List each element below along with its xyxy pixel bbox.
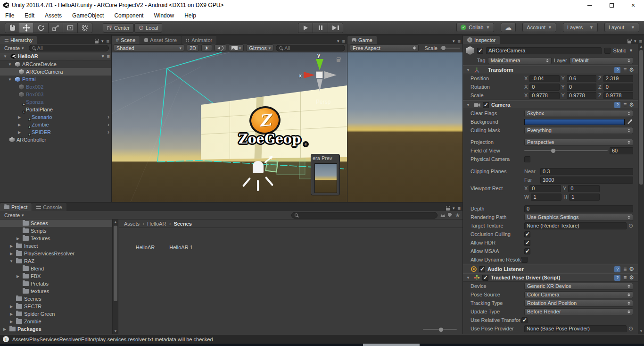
hierarchy-item-zombie[interactable]: ▶ + Zombie ›: [0, 121, 111, 128]
expander-icon[interactable]: ▶: [15, 274, 21, 278]
expander-icon[interactable]: ▶: [15, 236, 21, 241]
expander-icon[interactable]: ▶: [16, 123, 23, 127]
depth-field[interactable]: 0: [524, 205, 633, 212]
foldout-icon[interactable]: ▼: [465, 68, 471, 72]
expander-icon[interactable]: ▶: [8, 304, 14, 309]
gizmo-center-cube[interactable]: [316, 71, 323, 78]
pause-button[interactable]: [313, 23, 328, 33]
dynamic-resolution-checkbox[interactable]: [521, 257, 528, 263]
expander-icon[interactable]: ▼: [7, 77, 13, 82]
foldout-icon[interactable]: ▼: [465, 103, 471, 107]
folder-textures[interactable]: ▶Textures: [0, 235, 112, 242]
panel-menu-icon[interactable]: ≡: [458, 38, 460, 44]
eyedropper-icon[interactable]: [627, 119, 633, 125]
scroll-up-icon[interactable]: ▲: [113, 220, 118, 224]
orientation-gizmo[interactable]: y x Persp: [303, 53, 345, 105]
expander-icon[interactable]: ▶: [2, 327, 8, 331]
asset-helloar[interactable]: HelloAR: [129, 241, 162, 250]
position-x-field[interactable]: -0.04: [529, 75, 559, 82]
slider-thumb[interactable]: [439, 328, 443, 332]
tab-project[interactable]: Project: [0, 203, 32, 211]
preset-icon[interactable]: ≡: [623, 101, 626, 108]
breadcrumb-assets[interactable]: Assets: [124, 221, 140, 227]
hierarchy-item-portal[interactable]: ▼ Portal: [0, 76, 111, 83]
axis-y-cone[interactable]: [316, 59, 323, 70]
chevron-down-icon[interactable]: ▾: [453, 39, 455, 43]
object-picker-icon[interactable]: ⊙: [628, 222, 633, 229]
rotation-y-field[interactable]: 0: [567, 84, 596, 91]
menu-component[interactable]: Component: [109, 10, 149, 21]
hdr-checkbox[interactable]: [524, 240, 530, 246]
tab-scene[interactable]: # Scene: [112, 36, 140, 44]
close-button[interactable]: ×: [622, 0, 644, 10]
tab-animator[interactable]: Animator: [182, 36, 216, 44]
asset-zoom-slider[interactable]: [423, 329, 457, 330]
gear-icon[interactable]: ⚙: [629, 266, 634, 272]
transform-header[interactable]: ▼ Transform ≡⚙: [463, 66, 638, 74]
hierarchy-item-arcontroller[interactable]: ARController: [0, 136, 111, 143]
tracked-pose-header[interactable]: ▼ Tracked Pose Driver (Script) ≡⚙: [463, 273, 638, 282]
menu-window[interactable]: Window: [149, 10, 179, 21]
tab-console[interactable]: Console: [32, 203, 66, 211]
tab-game[interactable]: Game: [347, 36, 377, 44]
scroll-down-icon[interactable]: ▼: [113, 329, 118, 333]
use-relative-checkbox[interactable]: [521, 317, 528, 323]
axis-x-cone[interactable]: [304, 72, 315, 78]
target-texture-field[interactable]: None (Render Texture): [524, 222, 627, 229]
favorites-icon[interactable]: ★: [455, 212, 460, 219]
far-clip-field[interactable]: 1000: [540, 177, 633, 184]
expander-icon[interactable]: ▶: [16, 130, 23, 135]
expander-icon[interactable]: ▶: [8, 312, 14, 316]
pose-source-dropdown[interactable]: Color Camera: [524, 291, 633, 298]
project-create-button[interactable]: Create ▾: [2, 212, 26, 218]
fov-field[interactable]: 60: [610, 147, 633, 154]
scale-z-field[interactable]: 0.9778: [603, 92, 633, 99]
chevron-down-icon[interactable]: ▾: [102, 54, 104, 59]
gear-icon[interactable]: ⚙: [629, 275, 634, 280]
audio-toggle-button[interactable]: [215, 44, 226, 51]
gizmos-dropdown[interactable]: Gizmos ▾: [246, 44, 273, 51]
tracking-type-dropdown[interactable]: Rotation And Position: [524, 300, 633, 307]
occlusion-checkbox[interactable]: [524, 231, 530, 237]
folder-packages[interactable]: ▶Packages: [0, 325, 112, 333]
expander-icon[interactable]: ▶: [8, 320, 14, 324]
asset-helloar-1[interactable]: HelloAR 1: [165, 241, 198, 250]
expander-icon[interactable]: ▶: [16, 115, 23, 119]
background-color-swatch[interactable]: [524, 119, 625, 125]
physical-camera-checkbox[interactable]: [524, 156, 530, 162]
tab-hierarchy[interactable]: ☰ Hierarchy: [0, 36, 37, 44]
expander-icon[interactable]: ▶: [8, 244, 14, 248]
panel-menu-icon[interactable]: ≡: [639, 38, 642, 44]
update-type-dropdown[interactable]: Before Render: [524, 308, 633, 315]
gear-icon[interactable]: ⚙: [629, 67, 634, 73]
folder-fbx[interactable]: ▶FBX: [0, 272, 112, 280]
folder-prefabs[interactable]: Prefabs: [0, 280, 112, 287]
tab-inspector[interactable]: Inspector: [463, 36, 500, 44]
breadcrumb-helloar[interactable]: HelloAR: [147, 221, 166, 227]
pivot-local-button[interactable]: Local: [134, 23, 162, 33]
chevron-down-icon[interactable]: ▾: [337, 39, 339, 43]
rotation-x-field[interactable]: 0: [529, 84, 559, 91]
position-z-field[interactable]: 2.319: [603, 75, 633, 82]
hierarchy-item-arcorecamera[interactable]: ARCoreCamera: [0, 68, 111, 76]
help-icon[interactable]: [614, 275, 620, 281]
chevron-down-icon[interactable]: ▾: [101, 39, 104, 43]
scroll-up-icon[interactable]: ▲: [638, 44, 644, 49]
lock-icon[interactable]: [627, 41, 631, 43]
hierarchy-item-portalplane[interactable]: + PortalPlane: [0, 106, 111, 113]
light-gizmo-icon[interactable]: [253, 161, 264, 173]
folder-raz[interactable]: ▼RAZ: [0, 257, 112, 265]
aspect-ratio-dropdown[interactable]: Free Aspect: [350, 44, 419, 51]
device-dropdown[interactable]: Generic XR Device: [524, 283, 633, 290]
expander-icon[interactable]: ▼: [2, 54, 8, 59]
scrollbar-thumb[interactable]: [114, 226, 117, 301]
child-arrow-icon[interactable]: ›: [107, 129, 109, 135]
help-icon[interactable]: [614, 102, 620, 108]
folder-spider-green[interactable]: ▶Spider Green: [0, 310, 112, 318]
transform-tool-button[interactable]: [78, 23, 92, 33]
folder-scenes-2[interactable]: Scenes: [0, 295, 112, 303]
collab-dropdown[interactable]: Collab ▼: [456, 23, 494, 32]
chevron-down-icon[interactable]: ▼: [629, 48, 633, 53]
panel-menu-icon[interactable]: ≡: [458, 205, 460, 211]
rotate-tool-button[interactable]: [34, 23, 49, 33]
